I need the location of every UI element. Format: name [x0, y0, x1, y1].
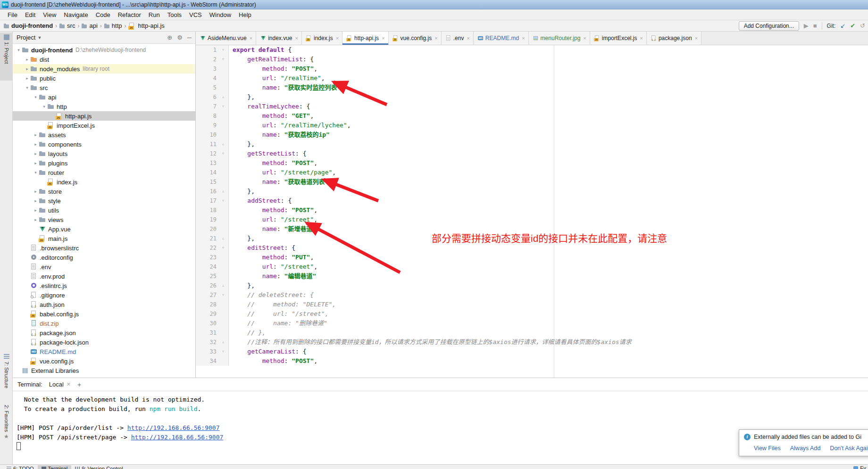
breadcrumb-item[interactable]: src — [59, 22, 75, 29]
tree-item-api[interactable]: ▾api — [13, 92, 195, 102]
menu-item-navigate[interactable]: Navigate — [60, 11, 92, 18]
menu-item-window[interactable]: Window — [206, 11, 235, 18]
locate-file-icon[interactable]: ⊕ — [167, 34, 172, 41]
tree-item-babel-config-js[interactable]: babel.config.js — [13, 309, 195, 319]
notification-link-don-t-ask-agai[interactable]: Don't Ask Agai — [830, 445, 868, 452]
terminal-tab-local[interactable]: Local ✕ — [49, 381, 71, 388]
chevron-down-icon[interactable]: ▾ — [41, 104, 47, 109]
breadcrumb-item[interactable]: http-api.js — [128, 22, 164, 30]
tree-item-vue-config-js[interactable]: vue.config.js — [13, 356, 195, 366]
tree-item-http[interactable]: ▾http — [13, 102, 195, 111]
tree-item-index-js[interactable]: index.js — [13, 177, 195, 187]
tree-item-readme-md[interactable]: README.md — [13, 347, 195, 356]
tree-item-src[interactable]: ▾src — [13, 83, 195, 92]
tree-item--gitignore[interactable]: .gitignore — [13, 290, 195, 300]
menu-item-code[interactable]: Code — [92, 11, 114, 18]
tree-item-views[interactable]: ▸views — [13, 215, 195, 224]
notification-link-view-files[interactable]: View Files — [754, 445, 781, 452]
tree-item-package-lock-json[interactable]: package-lock.json — [13, 337, 195, 347]
fold-start-icon[interactable]: ▿ — [219, 55, 227, 64]
new-terminal-session-button[interactable]: + — [77, 381, 81, 388]
close-icon[interactable]: × — [640, 35, 643, 41]
close-icon[interactable]: × — [295, 35, 298, 41]
menu-item-edit[interactable]: Edit — [21, 11, 39, 18]
tree-item-utils[interactable]: ▸utils — [13, 206, 195, 215]
tree-item-layouts[interactable]: ▸layouts — [13, 149, 195, 158]
fold-start-icon[interactable]: ▿ — [219, 102, 227, 111]
tree-item-style[interactable]: ▸style — [13, 196, 195, 206]
tree-item-public[interactable]: ▸public — [13, 74, 195, 83]
chevron-right-icon[interactable]: ▸ — [33, 198, 39, 203]
tab-index-js[interactable]: index.js× — [302, 32, 342, 45]
git-commit-icon[interactable]: ✔ — [850, 21, 855, 31]
chevron-right-icon[interactable]: ▸ — [24, 57, 30, 62]
tree-item-auth-json[interactable]: auth.json — [13, 300, 195, 309]
tree-item--env-prod[interactable]: .env.prod — [13, 272, 195, 281]
close-icon[interactable]: × — [695, 35, 698, 41]
tree-item--editorconfig[interactable]: .editorconfig — [13, 253, 195, 262]
tab-importexcel-js[interactable]: importExcel.js× — [590, 32, 647, 45]
fold-end-icon[interactable]: ▵ — [219, 281, 227, 290]
tree-item-main-js[interactable]: main.js — [13, 234, 195, 243]
tab-package-json[interactable]: package.json× — [647, 32, 701, 45]
breadcrumb-item[interactable]: http — [104, 22, 122, 29]
code-editor[interactable]: 1▿export default {2▿ getRealTimeList: {3… — [196, 45, 868, 378]
tree-item-dist-zip[interactable]: dist.zip — [13, 319, 195, 328]
terminal-link[interactable]: http://192.168.66.56:9007 — [127, 424, 220, 431]
terminal-link[interactable]: http://192.168.66.56:9007 — [131, 434, 224, 441]
tree-item-node-modules[interactable]: ▸node_moduleslibrary root — [13, 64, 195, 74]
tree-item--env[interactable]: .env — [13, 262, 195, 272]
chevron-right-icon[interactable]: ▸ — [33, 161, 39, 165]
tree-item-router[interactable]: ▾router — [13, 168, 195, 177]
tab-http-api-js[interactable]: http-api.js× — [342, 32, 388, 45]
chevron-right-icon[interactable]: ▸ — [33, 217, 39, 222]
project-panel-title[interactable]: Project — [17, 34, 35, 41]
chevron-right-icon[interactable]: ▸ — [24, 66, 30, 71]
chevron-right-icon[interactable]: ▸ — [33, 142, 39, 147]
fold-start-icon[interactable]: ▿ — [219, 243, 227, 253]
add-configuration-button[interactable]: Add Configuration... — [739, 21, 799, 31]
tab-readme-md[interactable]: README.md× — [474, 32, 529, 45]
chevron-right-icon[interactable]: ▸ — [33, 132, 39, 137]
chevron-right-icon[interactable]: ▸ — [33, 189, 39, 194]
close-icon[interactable]: × — [336, 35, 339, 41]
fold-end-icon[interactable]: ▵ — [219, 234, 227, 243]
menu-item-tools[interactable]: Tools — [164, 11, 185, 18]
toolwindow-button-6-todo[interactable]: 6: TODO — [3, 465, 38, 469]
fold-start-icon[interactable]: ▿ — [219, 45, 227, 55]
fold-start-icon[interactable]: ▿ — [219, 347, 227, 356]
menu-item-file[interactable]: File — [4, 11, 21, 18]
tab--env[interactable]: .env× — [442, 32, 474, 45]
tree-item-app-vue[interactable]: App.vue — [13, 224, 195, 234]
fold-end-icon[interactable]: ▵ — [219, 92, 227, 102]
menu-item-help[interactable]: Help — [235, 11, 255, 18]
tree-item-importexcel-js[interactable]: importExcel.js — [13, 121, 195, 130]
toolwindow-button-terminal[interactable]: Terminal — [38, 465, 72, 469]
stop-icon[interactable]: ■ — [813, 21, 817, 31]
chevron-down-icon[interactable]: ▾ — [24, 85, 30, 90]
close-icon[interactable]: × — [250, 35, 252, 41]
menu-item-vcs[interactable]: VCS — [185, 11, 206, 18]
menu-item-refactor[interactable]: Refactor — [114, 11, 145, 18]
tree-item-assets[interactable]: ▸assets — [13, 130, 195, 140]
fold-start-icon[interactable]: ▿ — [219, 290, 227, 300]
breadcrumb-item[interactable]: api — [82, 22, 97, 29]
tree-item-external-libraries[interactable]: External Libraries — [13, 366, 195, 375]
fold-start-icon[interactable]: ▿ — [219, 149, 227, 158]
tree-item-store[interactable]: ▸store — [13, 187, 195, 196]
tab-vue-config-js[interactable]: vue.config.js× — [389, 32, 442, 45]
tab-menurouter-jpg[interactable]: menuRouter.jpg× — [529, 32, 590, 45]
git-update-icon[interactable]: ↙ — [840, 21, 845, 31]
sidebar-item-structure[interactable]: 7: Structure — [0, 352, 13, 397]
fold-start-icon[interactable]: ▿ — [219, 196, 227, 206]
close-icon[interactable]: × — [434, 35, 437, 41]
tree-item-duoji-frontend[interactable]: ▾duoji-frontendD:\zheheWeb\duoji-fronten… — [13, 45, 195, 55]
chevron-down-icon[interactable]: ▼ — [37, 35, 42, 40]
run-icon[interactable]: ▶ — [804, 21, 809, 31]
chevron-right-icon[interactable]: ▸ — [24, 76, 30, 81]
tree-item-dist[interactable]: ▸dist — [13, 55, 195, 64]
event-log-button[interactable]: Ev — [853, 465, 866, 469]
chevron-right-icon[interactable]: ▸ — [33, 208, 39, 213]
notification-link-always-add[interactable]: Always Add — [790, 445, 821, 452]
history-icon[interactable]: ↺ — [860, 21, 865, 31]
